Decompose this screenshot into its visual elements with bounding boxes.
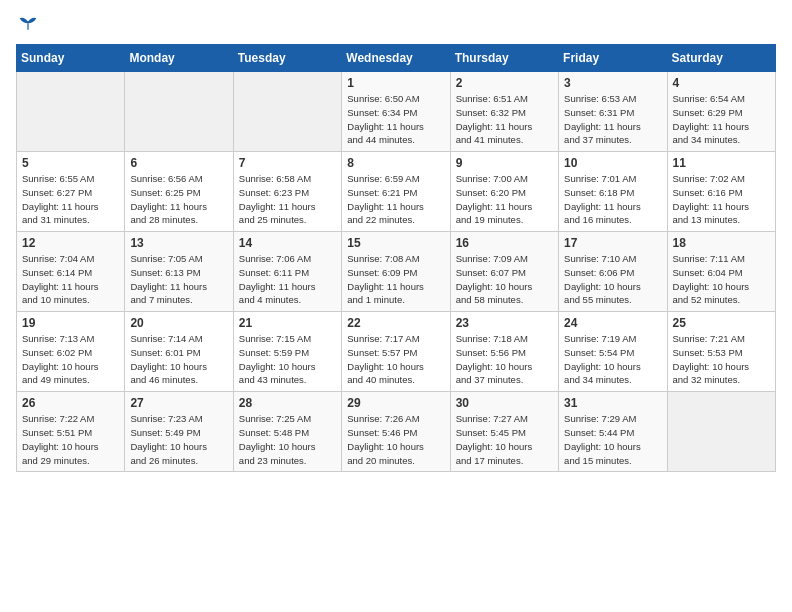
day-info: Sunrise: 6:56 AM Sunset: 6:25 PM Dayligh… (130, 172, 227, 227)
day-number: 26 (22, 396, 119, 410)
day-info: Sunrise: 7:18 AM Sunset: 5:56 PM Dayligh… (456, 332, 553, 387)
weekday-monday: Monday (125, 45, 233, 72)
day-info: Sunrise: 7:09 AM Sunset: 6:07 PM Dayligh… (456, 252, 553, 307)
logo (16, 16, 38, 32)
day-info: Sunrise: 7:06 AM Sunset: 6:11 PM Dayligh… (239, 252, 336, 307)
day-number: 3 (564, 76, 661, 90)
day-info: Sunrise: 7:15 AM Sunset: 5:59 PM Dayligh… (239, 332, 336, 387)
day-info: Sunrise: 7:05 AM Sunset: 6:13 PM Dayligh… (130, 252, 227, 307)
day-info: Sunrise: 7:13 AM Sunset: 6:02 PM Dayligh… (22, 332, 119, 387)
day-cell: 23Sunrise: 7:18 AM Sunset: 5:56 PM Dayli… (450, 312, 558, 392)
day-cell: 19Sunrise: 7:13 AM Sunset: 6:02 PM Dayli… (17, 312, 125, 392)
day-info: Sunrise: 7:26 AM Sunset: 5:46 PM Dayligh… (347, 412, 444, 467)
weekday-header-row: SundayMondayTuesdayWednesdayThursdayFrid… (17, 45, 776, 72)
day-cell: 5Sunrise: 6:55 AM Sunset: 6:27 PM Daylig… (17, 152, 125, 232)
day-number: 8 (347, 156, 444, 170)
day-cell: 1Sunrise: 6:50 AM Sunset: 6:34 PM Daylig… (342, 72, 450, 152)
day-cell: 22Sunrise: 7:17 AM Sunset: 5:57 PM Dayli… (342, 312, 450, 392)
day-number: 22 (347, 316, 444, 330)
day-number: 25 (673, 316, 770, 330)
day-info: Sunrise: 6:59 AM Sunset: 6:21 PM Dayligh… (347, 172, 444, 227)
day-cell: 9Sunrise: 7:00 AM Sunset: 6:20 PM Daylig… (450, 152, 558, 232)
week-row-4: 19Sunrise: 7:13 AM Sunset: 6:02 PM Dayli… (17, 312, 776, 392)
day-number: 29 (347, 396, 444, 410)
day-number: 18 (673, 236, 770, 250)
day-cell (125, 72, 233, 152)
day-number: 1 (347, 76, 444, 90)
day-cell: 24Sunrise: 7:19 AM Sunset: 5:54 PM Dayli… (559, 312, 667, 392)
day-number: 10 (564, 156, 661, 170)
day-number: 21 (239, 316, 336, 330)
day-number: 19 (22, 316, 119, 330)
day-number: 7 (239, 156, 336, 170)
day-number: 12 (22, 236, 119, 250)
weekday-friday: Friday (559, 45, 667, 72)
day-cell: 11Sunrise: 7:02 AM Sunset: 6:16 PM Dayli… (667, 152, 775, 232)
day-info: Sunrise: 7:25 AM Sunset: 5:48 PM Dayligh… (239, 412, 336, 467)
day-number: 23 (456, 316, 553, 330)
day-info: Sunrise: 7:23 AM Sunset: 5:49 PM Dayligh… (130, 412, 227, 467)
day-number: 2 (456, 76, 553, 90)
day-info: Sunrise: 7:21 AM Sunset: 5:53 PM Dayligh… (673, 332, 770, 387)
day-info: Sunrise: 7:04 AM Sunset: 6:14 PM Dayligh… (22, 252, 119, 307)
day-cell: 21Sunrise: 7:15 AM Sunset: 5:59 PM Dayli… (233, 312, 341, 392)
day-cell: 16Sunrise: 7:09 AM Sunset: 6:07 PM Dayli… (450, 232, 558, 312)
day-cell: 10Sunrise: 7:01 AM Sunset: 6:18 PM Dayli… (559, 152, 667, 232)
day-cell (233, 72, 341, 152)
day-number: 4 (673, 76, 770, 90)
day-info: Sunrise: 7:27 AM Sunset: 5:45 PM Dayligh… (456, 412, 553, 467)
day-info: Sunrise: 6:53 AM Sunset: 6:31 PM Dayligh… (564, 92, 661, 147)
day-cell: 15Sunrise: 7:08 AM Sunset: 6:09 PM Dayli… (342, 232, 450, 312)
day-cell: 14Sunrise: 7:06 AM Sunset: 6:11 PM Dayli… (233, 232, 341, 312)
day-cell: 27Sunrise: 7:23 AM Sunset: 5:49 PM Dayli… (125, 392, 233, 472)
day-cell: 4Sunrise: 6:54 AM Sunset: 6:29 PM Daylig… (667, 72, 775, 152)
weekday-thursday: Thursday (450, 45, 558, 72)
day-info: Sunrise: 7:11 AM Sunset: 6:04 PM Dayligh… (673, 252, 770, 307)
weekday-wednesday: Wednesday (342, 45, 450, 72)
day-number: 30 (456, 396, 553, 410)
weekday-saturday: Saturday (667, 45, 775, 72)
day-number: 17 (564, 236, 661, 250)
bird-icon (18, 16, 38, 32)
day-number: 15 (347, 236, 444, 250)
day-info: Sunrise: 7:01 AM Sunset: 6:18 PM Dayligh… (564, 172, 661, 227)
day-number: 9 (456, 156, 553, 170)
day-cell (667, 392, 775, 472)
day-info: Sunrise: 6:58 AM Sunset: 6:23 PM Dayligh… (239, 172, 336, 227)
week-row-3: 12Sunrise: 7:04 AM Sunset: 6:14 PM Dayli… (17, 232, 776, 312)
day-info: Sunrise: 7:14 AM Sunset: 6:01 PM Dayligh… (130, 332, 227, 387)
day-cell: 25Sunrise: 7:21 AM Sunset: 5:53 PM Dayli… (667, 312, 775, 392)
day-cell: 26Sunrise: 7:22 AM Sunset: 5:51 PM Dayli… (17, 392, 125, 472)
day-info: Sunrise: 6:51 AM Sunset: 6:32 PM Dayligh… (456, 92, 553, 147)
day-number: 20 (130, 316, 227, 330)
day-info: Sunrise: 6:50 AM Sunset: 6:34 PM Dayligh… (347, 92, 444, 147)
calendar-body: 1Sunrise: 6:50 AM Sunset: 6:34 PM Daylig… (17, 72, 776, 472)
day-info: Sunrise: 7:17 AM Sunset: 5:57 PM Dayligh… (347, 332, 444, 387)
weekday-tuesday: Tuesday (233, 45, 341, 72)
day-number: 24 (564, 316, 661, 330)
day-info: Sunrise: 6:54 AM Sunset: 6:29 PM Dayligh… (673, 92, 770, 147)
day-cell: 3Sunrise: 6:53 AM Sunset: 6:31 PM Daylig… (559, 72, 667, 152)
day-cell: 8Sunrise: 6:59 AM Sunset: 6:21 PM Daylig… (342, 152, 450, 232)
day-cell: 13Sunrise: 7:05 AM Sunset: 6:13 PM Dayli… (125, 232, 233, 312)
day-info: Sunrise: 6:55 AM Sunset: 6:27 PM Dayligh… (22, 172, 119, 227)
day-info: Sunrise: 7:22 AM Sunset: 5:51 PM Dayligh… (22, 412, 119, 467)
day-number: 27 (130, 396, 227, 410)
day-number: 28 (239, 396, 336, 410)
day-number: 11 (673, 156, 770, 170)
day-cell: 17Sunrise: 7:10 AM Sunset: 6:06 PM Dayli… (559, 232, 667, 312)
day-cell: 2Sunrise: 6:51 AM Sunset: 6:32 PM Daylig… (450, 72, 558, 152)
weekday-sunday: Sunday (17, 45, 125, 72)
week-row-2: 5Sunrise: 6:55 AM Sunset: 6:27 PM Daylig… (17, 152, 776, 232)
day-number: 31 (564, 396, 661, 410)
day-cell: 7Sunrise: 6:58 AM Sunset: 6:23 PM Daylig… (233, 152, 341, 232)
day-info: Sunrise: 7:10 AM Sunset: 6:06 PM Dayligh… (564, 252, 661, 307)
day-cell: 28Sunrise: 7:25 AM Sunset: 5:48 PM Dayli… (233, 392, 341, 472)
day-cell: 29Sunrise: 7:26 AM Sunset: 5:46 PM Dayli… (342, 392, 450, 472)
day-number: 14 (239, 236, 336, 250)
day-cell: 31Sunrise: 7:29 AM Sunset: 5:44 PM Dayli… (559, 392, 667, 472)
week-row-5: 26Sunrise: 7:22 AM Sunset: 5:51 PM Dayli… (17, 392, 776, 472)
day-number: 6 (130, 156, 227, 170)
day-number: 13 (130, 236, 227, 250)
calendar-table: SundayMondayTuesdayWednesdayThursdayFrid… (16, 44, 776, 472)
